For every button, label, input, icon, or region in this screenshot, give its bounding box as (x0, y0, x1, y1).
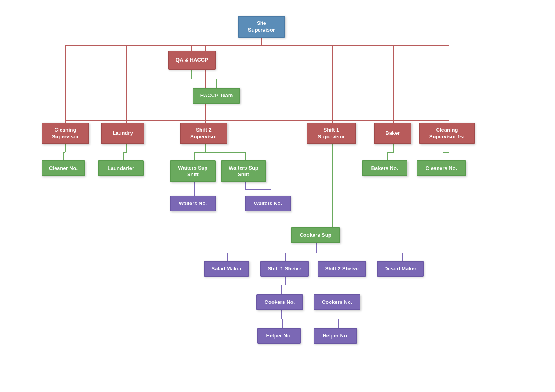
cleaning-sup-node: Cleaning Supervisor (42, 122, 89, 144)
org-chart: Site Supervisor QA & HACCP HACCP Team Cl… (0, 0, 555, 392)
salad-maker-label: Salad Maker (212, 266, 242, 272)
helper-no-1-label: Helper No. (266, 333, 292, 339)
qa-haccp-label: QA & HACCP (176, 57, 208, 64)
helper-no-2-label: Helper No. (322, 333, 348, 339)
cleaning-sup-1st-node: Cleaning Supervisor 1st (419, 122, 475, 144)
waiters-no-1-label: Waiters No. (179, 200, 207, 207)
laundry-node: Laundry (101, 122, 144, 144)
laundarier-node: Laundarier (98, 160, 144, 176)
waiters-sup-shift-1-node: Waiters Sup Shift (170, 160, 216, 182)
shift1-sup-node: Shift 1 Supervisor (307, 122, 356, 144)
cookers-no-1-node: Cookers No. (256, 294, 303, 310)
laundry-label: Laundry (112, 130, 133, 137)
waiters-no-2-node: Waiters No. (245, 196, 291, 211)
cleaners-no-node: Cleaners No. (417, 160, 466, 176)
haccp-team-label: HACCP Team (200, 92, 233, 99)
qa-haccp-node: QA & HACCP (168, 51, 216, 70)
cleaner-no-node: Cleaner No. (42, 160, 85, 176)
shift2-sup-label: Shift 2 Supervisor (190, 127, 217, 140)
cookers-no-1-label: Cookers No. (265, 299, 295, 306)
shift2-sheive-node: Shift 2 Sheive (318, 261, 366, 277)
shift2-sup-node: Shift 2 Supervisor (180, 122, 227, 144)
baker-node: Baker (374, 122, 411, 144)
cleaning-sup-1st-label: Cleaning Supervisor 1st (429, 127, 465, 140)
waiters-sup-shift-2-label: Waiters Sup Shift (229, 165, 258, 178)
cookers-no-2-node: Cookers No. (314, 294, 360, 310)
cleaner-no-label: Cleaner No. (49, 165, 78, 172)
cleaners-no-label: Cleaners No. (426, 165, 457, 172)
waiters-sup-shift-2-node: Waiters Sup Shift (221, 160, 266, 182)
baker-label: Baker (385, 130, 400, 137)
cookers-sup-node: Cookers Sup (291, 227, 340, 243)
cookers-sup-label: Cookers Sup (299, 232, 331, 239)
site-supervisor-node: Site Supervisor (238, 16, 285, 38)
waiters-no-1-node: Waiters No. (170, 196, 216, 211)
desert-maker-label: Desert Maker (384, 266, 417, 272)
waiters-no-2-label: Waiters No. (254, 200, 282, 207)
haccp-team-node: HACCP Team (193, 88, 240, 104)
waiters-sup-shift-1-label: Waiters Sup Shift (178, 165, 208, 178)
shift2-sheive-label: Shift 2 Sheive (325, 266, 358, 272)
shift1-sheive-node: Shift 1 Sheive (260, 261, 309, 277)
helper-no-2-node: Helper No. (314, 328, 357, 344)
salad-maker-node: Salad Maker (204, 261, 249, 277)
desert-maker-node: Desert Maker (377, 261, 424, 277)
helper-no-1-node: Helper No. (257, 328, 301, 344)
site-supervisor-label: Site Supervisor (248, 20, 275, 34)
cleaning-sup-label: Cleaning Supervisor (52, 127, 79, 140)
shift1-sup-label: Shift 1 Supervisor (318, 127, 345, 140)
laundarier-label: Laundarier (108, 165, 134, 172)
cookers-no-2-label: Cookers No. (322, 299, 352, 306)
bakers-no-node: Bakers No. (362, 160, 407, 176)
shift1-sheive-label: Shift 1 Sheive (267, 266, 301, 272)
bakers-no-label: Bakers No. (371, 165, 398, 172)
